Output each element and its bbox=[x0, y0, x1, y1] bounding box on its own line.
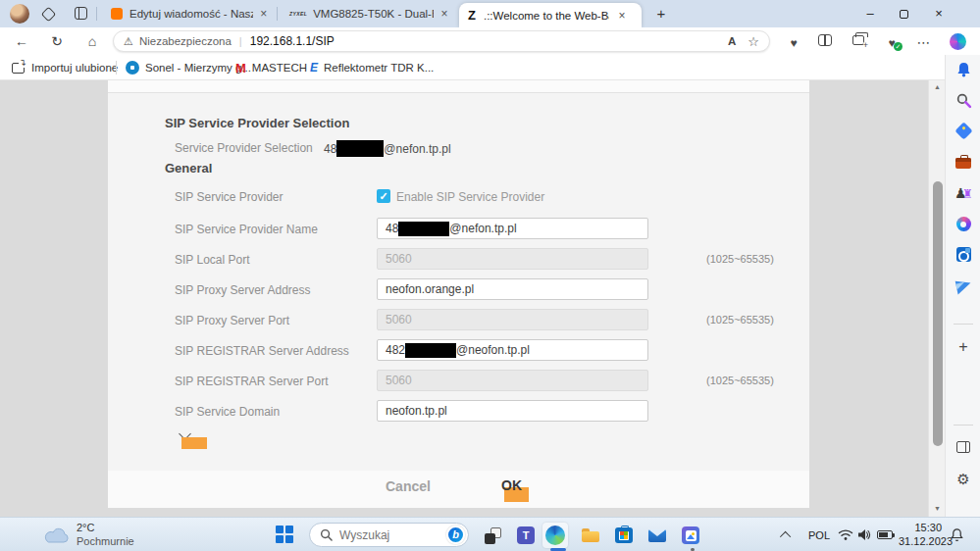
split-screen-icon[interactable] bbox=[816, 33, 834, 49]
new-tab-button[interactable]: + bbox=[651, 4, 671, 24]
shopping-tag-icon[interactable] bbox=[954, 123, 973, 142]
security-label[interactable]: Niezabezpieczona bbox=[139, 35, 232, 47]
port-range-hint: (1025~65535) bbox=[706, 375, 774, 386]
field-label: SIP Local Port bbox=[175, 253, 250, 267]
address-bar[interactable]: ⚠ Niezabezpieczona | 192.168.1.1/SIP A ☆ bbox=[113, 30, 770, 52]
value-suffix: @nefon.tp.pl bbox=[384, 142, 450, 156]
enable-sip-checkbox[interactable]: ✓ bbox=[377, 189, 390, 203]
value-prefix: 48 bbox=[386, 222, 398, 235]
search-input[interactable] bbox=[339, 528, 446, 542]
scrollbar-thumb[interactable] bbox=[933, 181, 943, 446]
sidebar-panel-icon[interactable] bbox=[954, 438, 973, 458]
clock-widget[interactable]: 15:30 31.12.2023 bbox=[899, 518, 942, 551]
maximize-button[interactable] bbox=[889, 0, 918, 27]
web-page: SIP Service Provider Selection Service P… bbox=[0, 80, 945, 517]
provider-selection-label: Service Provider Selection bbox=[175, 141, 313, 155]
search-icon[interactable] bbox=[954, 92, 973, 112]
edge-sidebar: ♟ ♜ + ⚙ bbox=[945, 55, 980, 517]
profile-avatar[interactable] bbox=[10, 4, 29, 24]
sidebar-settings-gear-icon[interactable]: ⚙ bbox=[954, 470, 973, 489]
tab-orange-mail[interactable]: Edytuj wiadomość - Nasz Orange × bbox=[102, 0, 275, 27]
back-button[interactable]: ← bbox=[12, 32, 31, 50]
sip-local-port-input[interactable]: 5060 bbox=[377, 248, 648, 270]
tab-separator bbox=[277, 7, 278, 21]
tab-actions-icon[interactable] bbox=[75, 7, 87, 20]
field-label: SIP Proxy Server Address bbox=[175, 283, 311, 297]
edge-app-icon[interactable] bbox=[542, 523, 568, 548]
notifications-bell-icon[interactable] bbox=[954, 62, 973, 81]
bookmark-reflektometr[interactable]: E Reflektometr TDR K... bbox=[310, 55, 434, 80]
teams-app-icon[interactable]: T bbox=[513, 523, 539, 548]
read-aloud-icon[interactable]: A bbox=[728, 35, 736, 47]
tab-close-icon[interactable]: × bbox=[439, 7, 449, 21]
photos-app-icon[interactable] bbox=[678, 523, 703, 548]
sip-registrar-address-input[interactable]: 482@neofon.tp.pl bbox=[377, 339, 648, 361]
copilot-icon[interactable] bbox=[949, 33, 966, 49]
ok-button[interactable]: OK bbox=[501, 477, 522, 493]
sip-registrar-port-input[interactable]: 5060 bbox=[377, 370, 648, 391]
url-text[interactable]: 192.168.1.1/SIP bbox=[250, 34, 335, 48]
tray-chevron-button[interactable] bbox=[783, 518, 791, 551]
add-sidebar-item-button[interactable]: + bbox=[954, 337, 973, 357]
workspaces-icon[interactable] bbox=[41, 7, 57, 23]
games-icon[interactable]: ♟ ♜ bbox=[954, 184, 973, 204]
language-label: POL bbox=[808, 529, 830, 541]
bookmark-sonel[interactable]: Sonel - Mierzymy g... bbox=[126, 55, 251, 80]
language-indicator[interactable]: POL bbox=[808, 518, 830, 551]
home-button[interactable]: ⌂ bbox=[82, 32, 102, 50]
scroll-down-arrow[interactable]: ▼ bbox=[929, 505, 946, 512]
favorite-star-icon[interactable]: ☆ bbox=[748, 34, 759, 49]
browser-essentials-icon[interactable]: ♥ bbox=[785, 33, 802, 49]
cancel-button[interactable]: Cancel bbox=[386, 478, 431, 494]
reload-button[interactable]: ↻ bbox=[47, 32, 67, 50]
tab-title: VMG8825-T50K - Dual-Band Wir bbox=[313, 8, 434, 20]
bookmark-mastech[interactable]: M MASTECH bbox=[235, 55, 307, 80]
redaction-box bbox=[405, 343, 456, 358]
settings-more-icon[interactable]: ⋯ bbox=[915, 33, 933, 49]
microsoft-365-icon[interactable] bbox=[954, 215, 973, 234]
navigation-bar: ← ↻ ⌂ ⚠ Niezabezpieczona | 192.168.1.1/S… bbox=[0, 27, 980, 55]
sip-provider-name-input[interactable]: 48@nefon.tp.pl bbox=[377, 218, 648, 239]
microsoft-store-app-icon[interactable] bbox=[611, 523, 637, 548]
page-scrollbar[interactable]: ▲ ▼ bbox=[928, 80, 945, 517]
import-favorites-button[interactable]: Importuj ulubione bbox=[12, 55, 118, 80]
tab-vmg8825[interactable]: ZYXEL VMG8825-T50K - Dual-Band Wir × bbox=[281, 0, 455, 27]
sip-service-domain-input[interactable]: neofon.tp.pl bbox=[377, 400, 648, 422]
start-button[interactable] bbox=[276, 526, 293, 543]
import-icon bbox=[12, 63, 25, 74]
field-label: SIP Service Provider bbox=[175, 190, 284, 204]
tab-web-configurator-active[interactable]: Z .::Welcome to the Web-Based Co × bbox=[459, 3, 642, 27]
panel-top-divider bbox=[108, 80, 809, 93]
tab-close-icon[interactable]: × bbox=[259, 7, 269, 21]
task-view-button[interactable] bbox=[480, 523, 505, 548]
section-title-general: General bbox=[165, 161, 212, 175]
volume-icon[interactable] bbox=[857, 518, 871, 551]
gear-glyph: ⚙ bbox=[956, 471, 969, 487]
toolbox-icon[interactable] bbox=[954, 153, 973, 173]
weather-widget[interactable]: 2°C Pochmurnie bbox=[43, 520, 190, 550]
scroll-up-arrow[interactable]: ▲ bbox=[929, 83, 946, 90]
heart-icon: ♥ bbox=[790, 36, 797, 50]
tab-close-icon[interactable]: × bbox=[615, 9, 629, 23]
wifi-icon[interactable] bbox=[838, 518, 853, 551]
field-label: SIP REGISTRAR Server Address bbox=[175, 344, 349, 358]
titlebar: Edytuj wiadomość - Nasz Orange × ZYXEL V… bbox=[0, 0, 980, 27]
collections-icon[interactable] bbox=[850, 33, 867, 49]
minimize-button[interactable]: – bbox=[855, 0, 885, 27]
mail-app-icon[interactable] bbox=[645, 523, 670, 548]
file-explorer-app-icon[interactable] bbox=[578, 523, 603, 548]
search-magnifier-icon bbox=[320, 528, 333, 541]
battery-icon[interactable] bbox=[877, 518, 893, 551]
collections-glyph bbox=[852, 35, 864, 45]
sip-proxy-address-input[interactable]: neofon.orange.pl bbox=[377, 278, 648, 300]
sip-proxy-port-input[interactable]: 5060 bbox=[377, 309, 648, 330]
outlook-icon[interactable] bbox=[954, 245, 973, 265]
taskbar-search[interactable]: b bbox=[309, 523, 469, 547]
redaction-box bbox=[398, 222, 449, 236]
drop-paper-plane-icon[interactable] bbox=[954, 276, 973, 296]
extension-health-icon[interactable]: ♥ ✓ bbox=[883, 33, 901, 49]
cloud-icon bbox=[43, 526, 69, 544]
close-window-button[interactable]: × bbox=[924, 0, 954, 27]
notification-bell-icon[interactable] bbox=[950, 518, 964, 551]
ellipsis-glyph: ⋯ bbox=[917, 34, 932, 50]
